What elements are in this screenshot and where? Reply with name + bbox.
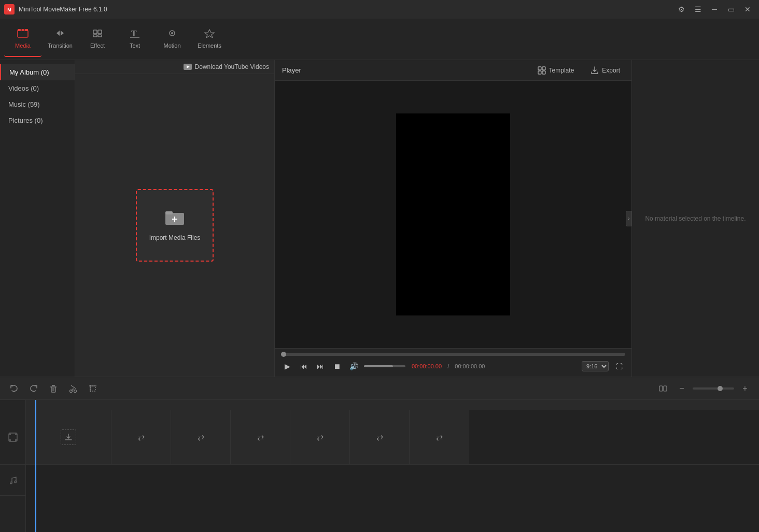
- sidebar-item-my-album[interactable]: My Album (0): [0, 64, 75, 80]
- maximize-button[interactable]: ▭: [724, 2, 738, 17]
- timeline-toolbar: − +: [0, 377, 759, 400]
- player-controls: ▶ ⏮ ⏭ ⏹ 🔊 00:00:00.00 / 00:00:00.00 9:16…: [275, 348, 631, 377]
- svg-rect-41: [15, 433, 17, 435]
- transition-slot-3[interactable]: ⇄: [231, 410, 290, 464]
- close-button[interactable]: ✕: [740, 2, 755, 17]
- motion-icon: [166, 28, 178, 40]
- toolbar-item-media[interactable]: Media: [4, 22, 41, 57]
- play-button[interactable]: ▶: [281, 360, 293, 372]
- minimize-button[interactable]: ─: [707, 2, 722, 17]
- svg-text:M: M: [7, 7, 11, 12]
- media-content: Download YouTube Videos: [75, 60, 274, 377]
- svg-rect-9: [98, 35, 102, 37]
- folder-icon: [165, 209, 184, 229]
- zoom-slider[interactable]: [693, 387, 734, 390]
- svg-rect-4: [22, 29, 24, 31]
- import-to-track-button[interactable]: [61, 429, 76, 445]
- export-icon: [591, 66, 599, 75]
- download-youtube-button[interactable]: Download YouTube Videos: [184, 63, 269, 70]
- export-button[interactable]: Export: [586, 64, 624, 77]
- player-panel: Player Template Export: [275, 60, 632, 377]
- download-label: Download YouTube Videos: [195, 63, 269, 70]
- svg-rect-22: [542, 67, 545, 70]
- no-material-text: No material selected on the timeline.: [635, 205, 756, 233]
- controls-row: ▶ ⏮ ⏭ ⏹ 🔊 00:00:00.00 / 00:00:00.00 9:16…: [281, 360, 625, 372]
- aspect-ratio-select[interactable]: 9:16 16:9 1:1 4:3: [582, 361, 609, 371]
- import-to-track-cell[interactable]: [26, 410, 111, 464]
- timeline-tracks: ⇄ ⇄ ⇄ ⇄ ⇄ ⇄: [26, 400, 759, 532]
- zoom-thumb: [718, 386, 723, 391]
- svg-rect-2: [18, 30, 28, 37]
- timeline-content: ⇄ ⇄ ⇄ ⇄ ⇄ ⇄: [0, 400, 759, 532]
- add-media-button[interactable]: [0, 410, 25, 465]
- transition-slot-5[interactable]: ⇄: [350, 410, 410, 464]
- next-frame-button[interactable]: ⏭: [314, 360, 327, 372]
- crop-button[interactable]: [85, 381, 101, 396]
- transition-icon: [54, 28, 66, 40]
- sidebar-item-pictures[interactable]: Pictures (0): [0, 112, 75, 128]
- menu-button[interactable]: ☰: [691, 2, 705, 17]
- cut-button[interactable]: [65, 381, 81, 396]
- time-current: 00:00:00.00: [412, 363, 442, 369]
- timeline-labels: [0, 400, 26, 532]
- toolbar-item-motion[interactable]: Motion: [153, 22, 191, 57]
- delete-button[interactable]: [46, 381, 61, 396]
- transition-slot-2[interactable]: ⇄: [171, 410, 231, 464]
- fullscreen-button[interactable]: ⛶: [613, 360, 625, 372]
- player-title: Player: [282, 66, 525, 74]
- left-panel: My Album (0) Videos (0) Music (59) Pictu…: [0, 60, 275, 377]
- undo-button[interactable]: [6, 381, 22, 396]
- template-button[interactable]: Template: [533, 64, 579, 77]
- text-icon: T: [129, 28, 140, 40]
- settings-button[interactable]: ⚙: [674, 2, 688, 17]
- svg-text:T: T: [131, 29, 137, 38]
- transition-icon-3: ⇄: [257, 433, 264, 442]
- toolbar-text-label: Text: [130, 42, 140, 49]
- transition-slot-6[interactable]: ⇄: [410, 410, 469, 464]
- video-track: ⇄ ⇄ ⇄ ⇄ ⇄ ⇄: [26, 410, 759, 465]
- svg-rect-3: [18, 29, 21, 31]
- volume-fill: [364, 365, 393, 367]
- svg-rect-5: [25, 29, 28, 31]
- template-icon: [538, 66, 546, 75]
- film-strip-icon: [8, 432, 18, 442]
- prev-frame-button[interactable]: ⏮: [298, 360, 310, 372]
- zoom-controls: − +: [655, 381, 753, 396]
- media-area: My Album (0) Videos (0) Music (59) Pictu…: [0, 60, 274, 377]
- zoom-out-button[interactable]: −: [674, 381, 690, 396]
- media-icon: [17, 28, 29, 40]
- add-track-button[interactable]: [0, 400, 25, 410]
- zoom-in-button[interactable]: +: [737, 381, 753, 396]
- stop-button[interactable]: ⏹: [331, 360, 343, 372]
- music-icon: [8, 476, 18, 485]
- toolbar-effect-label: Effect: [90, 42, 105, 49]
- sidebar-item-videos[interactable]: Videos (0): [0, 80, 75, 96]
- audio-track: [26, 465, 759, 532]
- progress-bar[interactable]: [281, 353, 625, 356]
- titlebar: M MiniTool MovieMaker Free 6.1.0 ⚙ ☰ ─ ▭…: [0, 0, 759, 19]
- svg-rect-23: [538, 71, 541, 74]
- svg-rect-24: [542, 71, 545, 74]
- volume-button[interactable]: 🔊: [347, 360, 360, 372]
- split-button[interactable]: [655, 381, 671, 396]
- redo-button[interactable]: [26, 381, 41, 396]
- collapse-panel-button[interactable]: ›: [626, 211, 632, 226]
- svg-rect-18: [165, 211, 173, 214]
- transition-icon-6: ⇄: [436, 433, 443, 442]
- toolbar-item-text[interactable]: T Text: [116, 22, 153, 57]
- toolbar-item-elements[interactable]: Elements: [191, 22, 228, 57]
- time-total: 00:00:00.00: [455, 363, 485, 369]
- video-preview: [396, 113, 510, 315]
- sidebar-item-music[interactable]: Music (59): [0, 96, 75, 112]
- import-label: Import Media Files: [149, 234, 201, 241]
- timeline-area: − +: [0, 377, 759, 532]
- transition-slot-1[interactable]: ⇄: [111, 410, 171, 464]
- progress-thumb: [281, 352, 286, 357]
- transition-slot-4[interactable]: ⇄: [290, 410, 350, 464]
- transition-icon-5: ⇄: [376, 433, 383, 442]
- toolbar-item-effect[interactable]: Effect: [79, 22, 116, 57]
- import-media-box[interactable]: Import Media Files: [136, 189, 214, 262]
- toolbar-item-transition[interactable]: Transition: [41, 22, 79, 57]
- right-info-panel: › No material selected on the timeline.: [632, 60, 759, 377]
- volume-slider[interactable]: [364, 365, 405, 367]
